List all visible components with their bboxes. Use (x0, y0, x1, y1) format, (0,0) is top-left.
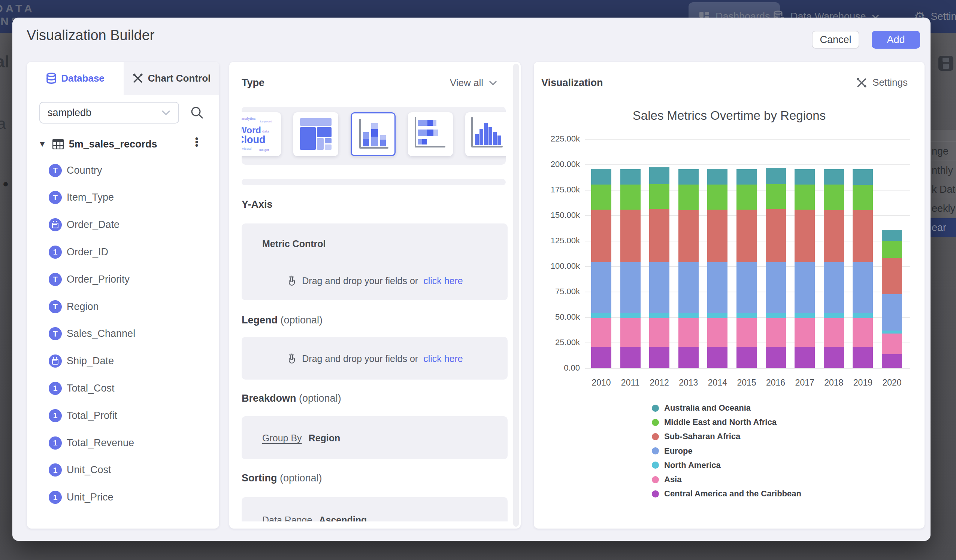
bar-segment-2016[interactable] (766, 318, 786, 347)
bar-segment-2019[interactable] (852, 313, 873, 318)
bar-segment-2014[interactable] (707, 313, 728, 318)
legend-item[interactable]: Sub-Saharan Africa (652, 431, 740, 441)
field-item-region[interactable]: TRegion (27, 295, 219, 318)
bar-segment-2018[interactable] (824, 347, 844, 368)
bar-segment-2012[interactable] (649, 347, 670, 368)
bar-segment-2020[interactable] (882, 354, 902, 368)
click-here-link[interactable]: click here (423, 353, 463, 364)
bar-segment-2010[interactable] (591, 347, 612, 368)
bar-segment-2017[interactable] (794, 347, 815, 368)
legend-item[interactable]: North America (652, 460, 721, 470)
bar-segment-2012[interactable] (649, 318, 670, 347)
legend-item[interactable]: Asia (652, 475, 681, 485)
bar-segment-2011[interactable] (620, 169, 641, 185)
legend-item[interactable]: Australia and Oceania (652, 403, 751, 413)
bar-segment-2019[interactable] (852, 318, 873, 347)
chart-type-word-cloud[interactable]: Word Cloud analytics keyword data visual… (242, 112, 281, 156)
metric-control-dropzone[interactable]: Metric Control Drag and drop your fields… (242, 223, 508, 300)
bar-segment-2014[interactable] (707, 262, 728, 313)
field-item-order_date[interactable]: Order_Date (27, 213, 219, 237)
view-all-button[interactable]: View all (450, 77, 497, 89)
search-icon[interactable] (190, 105, 204, 120)
bar-segment-2019[interactable] (852, 169, 873, 185)
legend-item[interactable]: Central America and the Caribbean (652, 489, 801, 499)
bar-segment-2016[interactable] (766, 347, 786, 368)
cancel-button[interactable]: Cancel (812, 31, 859, 49)
bar-segment-2015[interactable] (736, 318, 757, 347)
bar-segment-2018[interactable] (824, 262, 844, 313)
database-select[interactable]: sampledb (39, 102, 179, 124)
bar-segment-2015[interactable] (736, 185, 757, 210)
bar-segment-2017[interactable] (794, 169, 815, 185)
bar-segment-2017[interactable] (794, 185, 815, 210)
bar-segment-2015[interactable] (736, 262, 757, 313)
legend-dropzone[interactable]: Drag and drop your fields or click here (242, 337, 508, 380)
bar-segment-2017[interactable] (794, 318, 815, 347)
caret-down-icon[interactable]: ▼ (38, 139, 46, 149)
bar-segment-2020[interactable] (882, 241, 902, 258)
bar-segment-2014[interactable] (707, 347, 728, 368)
bar-segment-2012[interactable] (649, 184, 670, 209)
bar-segment-2016[interactable] (766, 313, 786, 318)
bar-segment-2014[interactable] (707, 185, 728, 210)
bar-segment-2016[interactable] (766, 262, 786, 313)
bar-segment-2010[interactable] (591, 210, 612, 262)
bar-segment-2013[interactable] (678, 313, 699, 318)
bar-segment-2010[interactable] (591, 185, 612, 210)
bar-segment-2018[interactable] (824, 210, 844, 262)
bar-segment-2011[interactable] (620, 313, 641, 318)
field-item-unit_cost[interactable]: 1Unit_Cost (27, 458, 219, 482)
bar-segment-2014[interactable] (707, 210, 728, 262)
bar-segment-2020[interactable] (882, 294, 902, 331)
bar-segment-2018[interactable] (824, 313, 844, 318)
bar-segment-2019[interactable] (852, 262, 873, 313)
field-item-total_cost[interactable]: 1Total_Cost (27, 376, 219, 400)
tab-chart-control[interactable]: Chart Control (124, 62, 219, 95)
legend-item[interactable]: Europe (652, 446, 693, 456)
bar-segment-2018[interactable] (824, 185, 844, 210)
bar-segment-2020[interactable] (882, 258, 902, 294)
bar-segment-2013[interactable] (678, 185, 699, 210)
click-here-link[interactable]: click here (423, 276, 463, 286)
bar-segment-2018[interactable] (824, 169, 844, 185)
field-item-order_id[interactable]: 1Order_ID (27, 240, 219, 264)
bar-segment-2010[interactable] (591, 313, 612, 318)
field-item-order_priority[interactable]: TOrder_Priority (27, 267, 219, 291)
bar-segment-2013[interactable] (678, 169, 699, 185)
bar-segment-2015[interactable] (736, 313, 757, 318)
bar-segment-2017[interactable] (794, 262, 815, 313)
carousel-scrollbar[interactable] (242, 179, 506, 185)
bar-segment-2010[interactable] (591, 169, 612, 185)
bar-segment-2011[interactable] (620, 185, 641, 210)
bar-segment-2012[interactable] (649, 262, 670, 313)
add-button[interactable]: Add (872, 31, 920, 49)
chart-type-column[interactable] (465, 112, 506, 156)
panel-scrollbar[interactable] (513, 64, 519, 527)
field-item-country[interactable]: TCountry (27, 158, 219, 182)
bar-segment-2013[interactable] (678, 318, 699, 347)
bar-segment-2014[interactable] (707, 169, 728, 185)
bar-segment-2018[interactable] (824, 318, 844, 347)
bar-segment-2020[interactable] (882, 334, 902, 354)
bar-segment-2011[interactable] (620, 210, 641, 262)
bar-segment-2011[interactable] (620, 318, 641, 347)
sort-field-link[interactable]: Data Range (262, 515, 312, 521)
bar-segment-2013[interactable] (678, 210, 699, 262)
bar-segment-2011[interactable] (620, 262, 641, 313)
legend-item[interactable]: Middle East and North Africa (652, 417, 777, 427)
bar-segment-2014[interactable] (707, 318, 728, 347)
bar-segment-2016[interactable] (766, 184, 786, 209)
bar-segment-2019[interactable] (852, 210, 873, 262)
field-item-unit_price[interactable]: 1Unit_Price (27, 486, 219, 510)
bar-segment-2016[interactable] (766, 209, 786, 262)
bar-segment-2017[interactable] (794, 210, 815, 262)
bar-segment-2012[interactable] (649, 167, 670, 184)
bar-segment-2020[interactable] (882, 331, 902, 334)
field-item-total_profit[interactable]: 1Total_Profit (27, 403, 219, 427)
breakdown-dropzone[interactable]: Group By Region (242, 416, 508, 459)
bar-segment-2012[interactable] (649, 313, 670, 318)
bar-segment-2012[interactable] (649, 209, 670, 262)
bar-segment-2015[interactable] (736, 347, 757, 368)
bar-segment-2015[interactable] (736, 210, 757, 262)
kebab-menu-icon[interactable]: ••• (191, 136, 202, 146)
